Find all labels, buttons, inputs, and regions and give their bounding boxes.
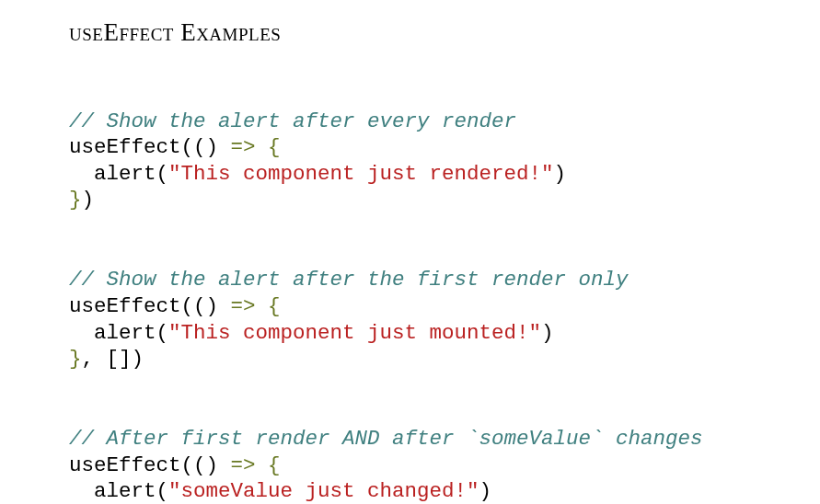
code-group-3: // After first render AND after `someVal… bbox=[69, 426, 820, 504]
code-brace: } bbox=[69, 188, 82, 212]
code-text: ) bbox=[541, 321, 554, 345]
code-text: alert( bbox=[69, 321, 168, 345]
code-brace: { bbox=[268, 135, 281, 159]
code-group-1: // Show the alert after every render use… bbox=[69, 109, 820, 213]
code-comment: // Show the alert after every render bbox=[69, 109, 516, 133]
code-brace: { bbox=[268, 294, 281, 318]
slide-heading: useEffect Examples bbox=[69, 18, 820, 47]
code-arrow: => bbox=[231, 294, 269, 318]
code-arrow: => bbox=[231, 453, 269, 477]
code-arrow: => bbox=[231, 135, 269, 159]
code-comment: // Show the alert after the first render… bbox=[69, 268, 629, 292]
code-text: alert( bbox=[69, 479, 168, 503]
code-text: ) bbox=[554, 162, 567, 186]
code-text: alert( bbox=[69, 162, 168, 186]
code-brace: } bbox=[69, 347, 82, 371]
code-group-2: // Show the alert after the first render… bbox=[69, 267, 820, 372]
code-text: useEffect(() bbox=[69, 294, 231, 318]
code-text: useEffect(() bbox=[69, 135, 231, 159]
code-brace: { bbox=[268, 453, 281, 477]
code-text: ) bbox=[479, 479, 492, 503]
code-text: ) bbox=[82, 188, 95, 212]
code-string: "This component just mounted!" bbox=[168, 321, 541, 345]
code-comment: // After first render AND after `someVal… bbox=[69, 427, 703, 451]
code-string: "This component just rendered!" bbox=[168, 162, 554, 186]
code-string: "someValue just changed!" bbox=[168, 479, 479, 503]
code-text: useEffect(() bbox=[69, 453, 231, 477]
code-text: , []) bbox=[82, 347, 144, 371]
code-listing: // Show the alert after every render use… bbox=[69, 82, 820, 504]
